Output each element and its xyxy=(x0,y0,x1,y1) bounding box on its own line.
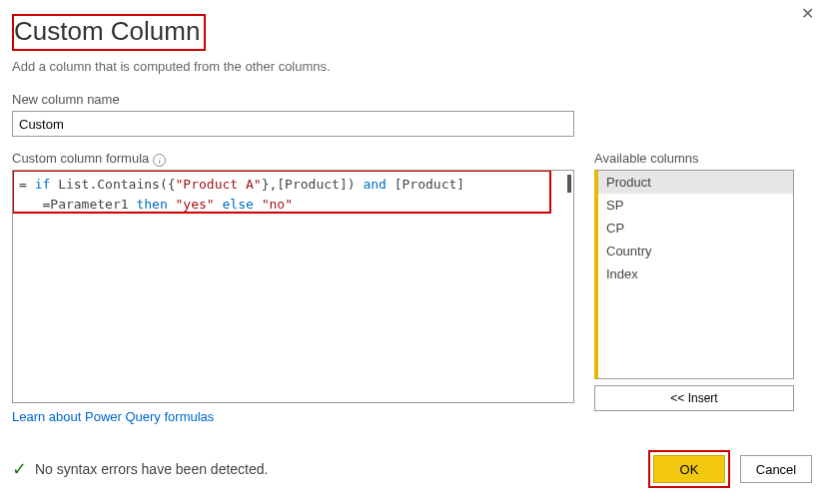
status-text: No syntax errors have been detected. xyxy=(35,461,268,477)
list-item[interactable]: SP xyxy=(598,194,793,217)
str-literal: "yes" xyxy=(176,197,215,212)
dialog-title: Custom Column xyxy=(12,14,206,51)
cancel-button[interactable]: Cancel xyxy=(740,455,812,483)
status-bar: ✓ No syntax errors have been detected. xyxy=(12,458,268,480)
str-literal: "no" xyxy=(262,197,293,212)
ok-button[interactable]: OK xyxy=(653,455,725,483)
kw-else: else xyxy=(223,197,254,212)
available-columns-label: Available columns xyxy=(594,151,794,166)
kw-and: and xyxy=(363,177,386,192)
str-literal: "Product A" xyxy=(176,177,262,192)
formula-label: Custom column formula xyxy=(12,151,149,166)
highlight-box: OK xyxy=(648,450,730,488)
dialog-subtitle: Add a column that is computed from the o… xyxy=(12,59,812,74)
formula-text: List.Contains({ xyxy=(50,177,175,192)
formula-text: [Product] xyxy=(387,177,464,192)
list-item[interactable]: Country xyxy=(598,240,793,262)
available-columns-list[interactable]: Product SP CP Country Index xyxy=(594,170,794,379)
new-column-label: New column name xyxy=(12,92,812,107)
formula-text xyxy=(254,197,262,212)
check-icon: ✓ xyxy=(12,458,27,480)
formula-text: =Parameter1 xyxy=(19,197,136,212)
formula-text xyxy=(168,197,176,212)
close-icon[interactable]: ✕ xyxy=(801,4,814,23)
info-icon[interactable]: i xyxy=(153,154,166,167)
new-column-input[interactable] xyxy=(12,111,574,137)
scrollbar-thumb[interactable] xyxy=(567,175,571,193)
learn-link[interactable]: Learn about Power Query formulas xyxy=(12,409,214,424)
insert-button[interactable]: << Insert xyxy=(594,385,794,411)
formula-text xyxy=(215,197,223,212)
list-item[interactable]: Product xyxy=(598,171,793,194)
formula-editor[interactable]: = if List.Contains({"Product A"},[Produc… xyxy=(12,170,574,403)
formula-text: = xyxy=(19,177,35,192)
formula-text: },[Product]) xyxy=(262,177,364,192)
kw-if: if xyxy=(35,177,51,192)
list-item[interactable]: Index xyxy=(598,262,793,285)
list-item[interactable]: CP xyxy=(598,217,793,240)
kw-then: then xyxy=(136,197,167,212)
